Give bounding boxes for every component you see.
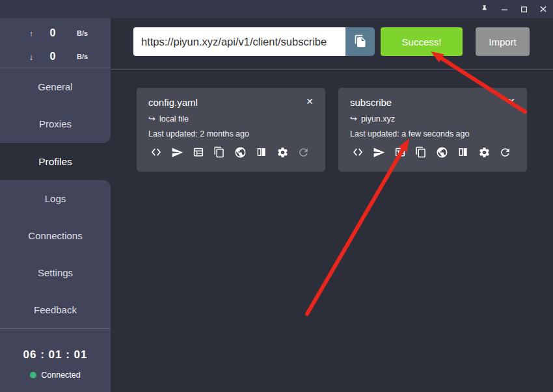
maximize-icon[interactable] — [514, 0, 533, 18]
sidebar-panel-bottom: Logs Connections Settings Feedback 06 : … — [0, 180, 111, 392]
upload-speed-value: 0 — [39, 27, 66, 39]
sidebar-item-feedback[interactable]: Feedback — [0, 291, 111, 328]
profile-title: config.yaml — [148, 97, 198, 108]
pin-icon[interactable] — [475, 0, 494, 18]
sidebar-item-general[interactable]: General — [0, 68, 111, 105]
window-controls — [475, 0, 553, 18]
import-button[interactable]: Import — [476, 27, 530, 56]
uptime-timer: 06 : 01 : 01 — [0, 348, 111, 361]
app-window: ↑ 0 B/s ↓ 0 B/s General Proxies Profiles… — [0, 0, 553, 392]
gear-icon[interactable] — [276, 146, 290, 159]
upload-speed-unit: B/s — [77, 29, 88, 37]
copy-icon[interactable] — [213, 146, 226, 159]
profile-actions — [148, 146, 314, 159]
grid-icon[interactable] — [192, 146, 205, 159]
success-button[interactable]: Success! — [381, 27, 463, 56]
status-dot-icon — [30, 372, 36, 378]
profile-source: piyun.xyz — [361, 114, 395, 124]
subscribe-url-group — [133, 27, 375, 56]
sidebar: ↑ 0 B/s ↓ 0 B/s General Proxies Profiles… — [0, 18, 111, 392]
copy-url-button[interactable] — [345, 27, 375, 56]
profile-title: subscribe — [350, 97, 392, 108]
sidebar-divider-bottom — [0, 328, 111, 329]
profile-actions — [350, 146, 515, 159]
refresh-icon[interactable] — [297, 146, 310, 159]
traffic-download: ↓ 0 B/s — [0, 45, 111, 68]
sidebar-item-logs[interactable]: Logs — [0, 180, 111, 217]
gear-icon[interactable] — [478, 146, 491, 159]
door-icon[interactable] — [457, 146, 470, 159]
code-icon[interactable] — [150, 146, 163, 159]
titlebar — [0, 0, 553, 18]
download-arrow-icon: ↓ — [23, 52, 39, 62]
close-icon[interactable]: ✕ — [507, 97, 515, 106]
profile-updated: Last updated: 2 months ago — [148, 129, 314, 138]
send-icon[interactable] — [372, 146, 385, 159]
globe-icon[interactable] — [234, 146, 247, 159]
sidebar-item-proxies[interactable]: Proxies — [0, 105, 111, 142]
sidebar-panel-top: ↑ 0 B/s ↓ 0 B/s General Proxies — [0, 18, 111, 143]
send-icon[interactable] — [170, 146, 183, 159]
copy-icon[interactable] — [414, 146, 427, 159]
status-label: Connected — [41, 371, 80, 380]
sidebar-item-settings[interactable]: Settings — [0, 254, 111, 291]
traffic-panel: ↑ 0 B/s ↓ 0 B/s — [0, 18, 111, 68]
source-arrow-icon: ↪ — [148, 114, 155, 124]
profile-card-config: config.yaml ✕ ↪ local file Last updated:… — [137, 88, 325, 172]
code-icon[interactable] — [351, 146, 364, 159]
sidebar-item-connections[interactable]: Connections — [0, 217, 111, 254]
connection-status: Connected — [0, 371, 111, 380]
close-icon[interactable] — [533, 0, 553, 18]
download-speed-value: 0 — [39, 51, 66, 62]
subscribe-url-input[interactable] — [133, 27, 345, 56]
copy-icon — [354, 34, 367, 49]
traffic-upload: ↑ 0 B/s — [0, 21, 111, 45]
close-icon[interactable]: ✕ — [306, 97, 314, 106]
profile-card-subscribe: subscribe ✕ ↪ piyun.xyz Last updated: a … — [338, 88, 527, 172]
profile-updated: Last updated: a few seconds ago — [350, 129, 515, 138]
grid-icon[interactable] — [394, 146, 407, 159]
minimize-icon[interactable] — [494, 0, 514, 18]
download-speed-unit: B/s — [77, 53, 88, 60]
refresh-icon[interactable] — [499, 146, 512, 159]
profile-source: local file — [159, 114, 189, 124]
header-divider — [111, 69, 553, 70]
door-icon[interactable] — [255, 146, 268, 159]
globe-icon[interactable] — [436, 146, 449, 159]
upload-arrow-icon: ↑ — [23, 29, 39, 38]
sidebar-item-profiles[interactable]: Profiles — [0, 143, 111, 180]
source-arrow-icon: ↪ — [350, 114, 357, 124]
